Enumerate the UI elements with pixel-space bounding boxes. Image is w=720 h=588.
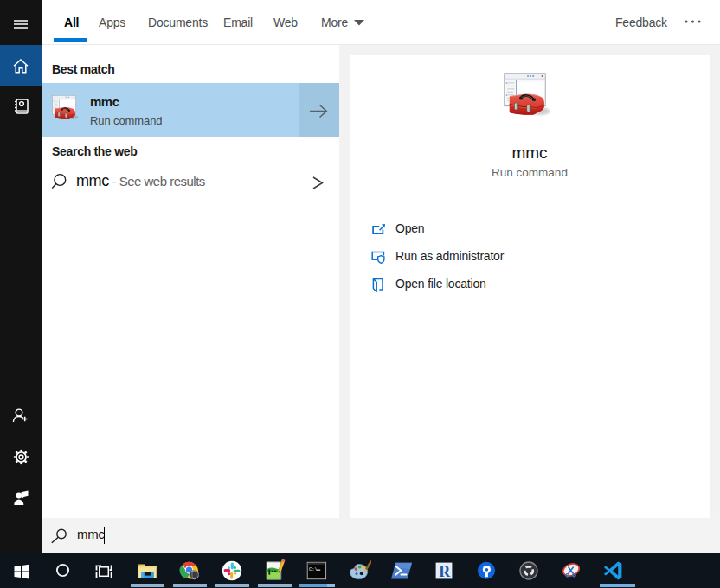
svg-text:C:\: C:\ [309,567,318,572]
svg-text:R: R [439,563,451,580]
